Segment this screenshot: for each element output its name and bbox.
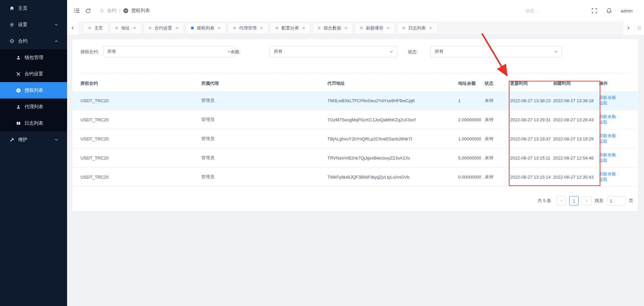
refresh-balance-link[interactable]: 刷新余额 xyxy=(599,152,616,158)
withdraw-link[interactable]: 提取 xyxy=(599,158,635,164)
fullscreen-icon[interactable] xyxy=(591,8,597,14)
sidebar-item-日志列表[interactable]: 日志列表 xyxy=(0,115,67,131)
tab-地址[interactable]: 地址 xyxy=(110,22,142,34)
withdraw-link[interactable]: 提取 xyxy=(599,120,635,125)
filter-select-value: 所有 xyxy=(274,49,282,55)
tab-label: 合约设置 xyxy=(155,25,172,31)
tab-合约设置[interactable]: 合约设置 xyxy=(144,22,184,34)
breadcrumb-section[interactable]: 合约 xyxy=(107,8,116,14)
cell-contract: USDT_TRC20 xyxy=(72,98,201,103)
sidebar-item-设置[interactable]: 设置 xyxy=(0,16,67,33)
sidebar-item-合约[interactable]: 合约 xyxy=(0,33,67,49)
chevron-down-icon xyxy=(54,23,58,27)
tab-组合数据[interactable]: 组合数据 xyxy=(313,22,353,34)
cell-balance: 1.00000000 xyxy=(458,136,485,141)
refresh-icon[interactable] xyxy=(85,8,91,14)
sidebar: 主页设置合约钱包管理合约设置授权列表代理列表日志列表维护 xyxy=(0,0,67,306)
sidebar-item-主页[interactable]: 主页 xyxy=(0,0,67,16)
tabs-scroll-right-button[interactable] xyxy=(623,21,634,35)
table-row[interactable]: USDT_TRC20管理员TBjALghvoY2hYnQRLp2ChneE5az… xyxy=(72,129,638,148)
close-all-tabs-button[interactable] xyxy=(634,21,644,35)
sidebar-item-label: 授权列表 xyxy=(24,87,43,94)
table-header-cell: 创建时间 xyxy=(553,80,599,86)
tab-主页[interactable]: 主页 xyxy=(83,22,108,34)
cell-balance: 5.00000000 xyxy=(458,156,485,161)
tab-dot-icon xyxy=(233,26,236,29)
pagination-page-1[interactable]: 1 xyxy=(569,196,579,205)
chevron-down-icon xyxy=(554,50,558,54)
sidebar-item-合约设置[interactable]: 合约设置 xyxy=(0,66,67,82)
cell-agent: 管理员 xyxy=(201,117,327,123)
cell-updated-time: 2022-08-27 13:15:14 xyxy=(510,175,553,180)
tab-label: 授权列表 xyxy=(197,25,214,31)
tab-label: 代理管理 xyxy=(239,25,257,31)
breadcrumb-separator: / xyxy=(119,8,120,13)
filter-select-1[interactable]: 所有 xyxy=(103,46,235,57)
cell-agent: 管理员 xyxy=(201,98,327,104)
filter-label-3: 状态: xyxy=(408,49,418,55)
pagination-prev-button[interactable] xyxy=(556,196,566,205)
cell-token-address: TRVNaVmB2nk7QjJgvxBiectsvyZ23sA1Xs xyxy=(327,156,458,161)
cell-updated-time: 2022-08-27 13:29:31 xyxy=(510,117,553,122)
pagination-jump-input[interactable] xyxy=(607,196,626,205)
breadcrumb: 合约 / 授权列表 xyxy=(100,8,150,14)
filter-select-3[interactable]: 所有 xyxy=(430,46,562,57)
tab-配置分类[interactable]: 配置分类 xyxy=(270,22,311,34)
chevron-down-icon xyxy=(389,50,393,54)
sidebar-item-代理列表[interactable]: 代理列表 xyxy=(0,99,67,115)
table-row[interactable]: USDT_TRC20管理员TRVNaVmB2nk7QjJgvxBiectsvyZ… xyxy=(72,148,638,168)
content-panel: 授权合约:所有余额:所有状态:所有 授权合约所属代理代币地址地址余额状态更新时间… xyxy=(72,39,638,211)
tab-刷新缓存[interactable]: 刷新缓存 xyxy=(355,22,395,34)
refresh-balance-link[interactable]: 刷新余额 xyxy=(599,95,616,101)
table-row[interactable]: USDT_TRC20管理员TGzM7SexgMqPGzXC1JioQaMhKZq… xyxy=(72,110,638,129)
tab-close-icon[interactable] xyxy=(217,26,221,30)
tab-close-icon[interactable] xyxy=(344,26,348,30)
user-menu[interactable]: admin xyxy=(621,8,637,13)
pagination-total: 共 5 条 xyxy=(538,198,551,204)
circle-up-icon xyxy=(16,88,21,93)
filter-label-2: 余额: xyxy=(230,49,240,55)
tab-dot-icon xyxy=(191,26,194,29)
tabbar: 主页地址合约设置授权列表代理管理配置分类组合数据刷新缓存日志列表 xyxy=(67,21,644,35)
circle-up-dark-icon xyxy=(123,8,128,13)
sidebar-item-授权列表[interactable]: 授权列表 xyxy=(0,82,67,99)
tab-dot-icon xyxy=(115,26,118,29)
tab-label: 配置分类 xyxy=(281,25,299,31)
sidebar-item-label: 合约设置 xyxy=(24,71,43,77)
tab-代理管理[interactable]: 代理管理 xyxy=(228,22,268,34)
withdraw-link[interactable]: 提取 xyxy=(599,139,635,144)
refresh-balance-link[interactable]: 刷新余额 xyxy=(599,171,616,177)
sidebar-item-钱包管理[interactable]: 钱包管理 xyxy=(0,49,67,66)
tabs-scroll-left-button[interactable] xyxy=(67,21,78,35)
refresh-balance-link[interactable]: 刷新余额 xyxy=(599,114,616,120)
tab-授权列表[interactable]: 授权列表 xyxy=(186,22,226,34)
withdraw-link[interactable]: 提取 xyxy=(599,177,635,183)
filter-select-2[interactable]: 所有 xyxy=(269,46,397,57)
chevron-down-icon xyxy=(54,138,58,142)
cell-balance: 0.00000000 xyxy=(458,175,485,180)
pagination-jump-label: 跳至 xyxy=(595,198,603,204)
tab-list: 主页地址合约设置授权列表代理管理配置分类组合数据刷新缓存日志列表 xyxy=(78,22,623,34)
table-header-cell: 授权合约 xyxy=(72,80,201,86)
tab-close-icon[interactable] xyxy=(429,26,432,30)
search-input[interactable] xyxy=(526,8,583,13)
sidebar-item-维护[interactable]: 维护 xyxy=(0,131,67,148)
collapse-menu-icon[interactable] xyxy=(74,8,80,14)
tab-日志列表[interactable]: 日志列表 xyxy=(397,22,437,34)
tab-label: 日志列表 xyxy=(408,25,426,31)
cell-token-address: TBjALghvoY2hYnQRLp2ChneE5azbJ8NkTt xyxy=(327,136,458,141)
cell-token-address: TM3LivBXkLTFCP8vGeu2YdYxe9HFBwCpjK xyxy=(327,98,458,103)
table-row[interactable]: USDT_TRC20管理员TM3LivBXkLTFCP8vGeu2YdYxe9H… xyxy=(72,91,638,110)
withdraw-link[interactable]: 提取 xyxy=(599,101,635,106)
tab-close-icon[interactable] xyxy=(175,26,179,30)
tab-close-icon[interactable] xyxy=(133,26,137,30)
bell-icon[interactable] xyxy=(606,8,612,14)
refresh-balance-link[interactable]: 刷新余额 xyxy=(599,133,616,139)
tab-close-icon[interactable] xyxy=(260,26,263,30)
tab-close-icon[interactable] xyxy=(302,26,306,30)
tab-close-icon[interactable] xyxy=(386,26,390,30)
pagination-next-button[interactable] xyxy=(582,196,591,205)
cell-balance: 1 xyxy=(458,98,485,103)
table-row[interactable]: USDT_TRC20管理员TWkFy8krBJQF3BNiFdtyqZjvLty… xyxy=(72,168,638,187)
tab-dot-icon xyxy=(88,26,91,29)
